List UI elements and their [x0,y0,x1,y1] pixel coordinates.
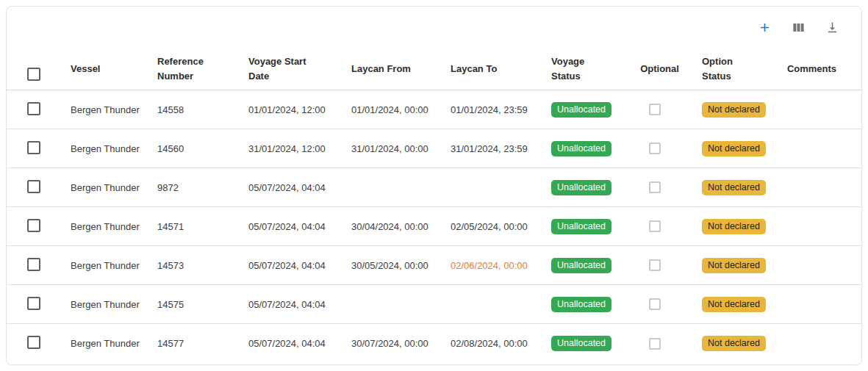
column-header-reference-number[interactable]: Reference Number [157,54,248,84]
optional-checkbox[interactable] [649,104,661,115]
column-header-comments[interactable]: Comments [780,62,861,76]
option-status-badge: Not declared [702,180,766,195]
voyage-status-cell: Unallocated [551,258,625,273]
voyage-status-badge: Unallocated [551,102,611,118]
row-checkbox[interactable] [27,180,40,193]
voyage-start-date-cell: 05/07/2024, 04:04 [248,260,351,271]
option-status-cell: Not declared [702,102,780,118]
voyage-start-date-cell: 05/07/2024, 04:04 [248,338,351,349]
option-status-cell: Not declared [702,180,780,195]
voyage-status-badge: Unallocated [551,219,611,234]
column-header-vessel[interactable]: Vessel [71,62,157,76]
voyage-start-date-cell: 05/07/2024, 04:04 [248,182,351,193]
optional-cell [625,259,702,271]
voyage-status-badge: Unallocated [551,336,611,351]
optional-checkbox[interactable] [649,181,661,193]
optional-cell [625,298,702,310]
column-header-laycan-to[interactable]: Laycan To [451,62,551,76]
select-all-checkbox[interactable] [27,68,40,81]
table-body: Bergen Thunder 14558 01/01/2024, 12:00 0… [7,90,861,363]
optional-checkbox[interactable] [649,338,661,350]
laycan-to-cell: 02/05/2024, 00:00 [451,221,551,232]
vessel-cell: Bergen Thunder [71,299,157,310]
column-header-optional[interactable]: Optional [625,62,702,76]
column-header-laycan-from[interactable]: Laycan From [351,62,451,76]
voyage-start-date-cell: 31/01/2024, 12:00 [248,143,351,154]
vessel-cell: Bergen Thunder [71,260,157,271]
laycan-from-cell: 31/01/2024, 00:00 [351,143,451,154]
reference-number-cell: 14575 [157,299,248,310]
optional-checkbox[interactable] [649,298,661,310]
option-status-cell: Not declared [702,336,780,351]
vessel-cell: Bergen Thunder [71,104,157,115]
column-header-option-status[interactable]: Option Status [702,54,780,84]
row-checkbox[interactable] [27,297,40,310]
table-header-row: Vessel Reference Number Voyage Start Dat… [7,48,861,90]
row-checkbox[interactable] [27,258,40,271]
table-row: Bergen Thunder 14560 31/01/2024, 12:00 3… [7,129,861,168]
vessel-cell: Bergen Thunder [71,221,157,232]
optional-checkbox[interactable] [649,220,661,232]
row-select-cell [7,180,71,195]
vessel-cell: Bergen Thunder [71,143,157,154]
column-header-voyage-status[interactable]: Voyage Status [551,54,625,84]
table-row: Bergen Thunder 9872 05/07/2024, 04:04 Un… [7,168,861,207]
laycan-from-cell: 30/07/2024, 00:00 [351,338,451,349]
table-row: Bergen Thunder 14573 05/07/2024, 04:04 3… [7,246,861,285]
optional-cell [625,143,702,154]
voyage-status-badge: Unallocated [551,297,611,312]
download-icon [825,21,839,35]
row-select-cell [7,219,71,234]
voyage-status-badge: Unallocated [551,141,611,156]
row-checkbox[interactable] [27,219,40,232]
vessel-cell: Bergen Thunder [71,338,157,349]
reference-number-cell: 14571 [157,221,248,232]
row-select-cell [7,102,71,118]
laycan-from-cell: 01/01/2024, 00:00 [351,104,451,115]
option-status-cell: Not declared [702,297,780,312]
reference-number-cell: 14558 [157,104,248,115]
row-checkbox[interactable] [27,102,40,115]
voyage-status-badge: Unallocated [551,258,611,273]
voyage-status-cell: Unallocated [551,297,625,312]
vessel-cell: Bergen Thunder [71,182,157,193]
voyage-status-cell: Unallocated [551,219,625,234]
add-row-button[interactable] [756,19,773,37]
voyage-status-cell: Unallocated [551,102,625,118]
voyage-start-date-cell: 01/01/2024, 12:00 [248,104,351,115]
voyage-start-date-cell: 05/07/2024, 04:04 [248,221,351,232]
optional-cell [625,338,702,350]
manage-columns-button[interactable] [789,19,807,37]
table-row: Bergen Thunder 14558 01/01/2024, 12:00 0… [7,90,861,129]
reference-number-cell: 14577 [157,338,248,349]
option-status-cell: Not declared [702,141,780,156]
option-status-cell: Not declared [702,219,780,234]
optional-cell [625,181,702,193]
voyage-status-cell: Unallocated [551,336,625,351]
voyage-start-date-cell: 05/07/2024, 04:04 [248,299,351,310]
laycan-to-cell: 02/08/2024, 00:00 [451,338,551,349]
column-header-voyage-start-date[interactable]: Voyage Start Date [248,54,351,84]
option-status-badge: Not declared [702,297,766,312]
option-status-badge: Not declared [702,141,766,156]
reference-number-cell: 14560 [157,143,248,154]
row-checkbox[interactable] [27,336,40,349]
voyage-status-badge: Unallocated [551,180,611,195]
option-status-cell: Not declared [702,258,780,273]
add-icon [758,21,772,35]
table-row: Bergen Thunder 14571 05/07/2024, 04:04 3… [7,207,861,246]
laycan-to-cell: 02/06/2024, 00:00 [451,260,551,271]
option-status-badge: Not declared [702,336,766,351]
download-button[interactable] [823,19,841,37]
optional-checkbox[interactable] [649,259,661,271]
row-checkbox[interactable] [27,141,40,154]
table-row: Bergen Thunder 14575 05/07/2024, 04:04 U… [7,285,861,324]
columns-icon [792,21,806,35]
voyage-status-cell: Unallocated [551,141,625,156]
option-status-badge: Not declared [702,258,766,273]
optional-checkbox[interactable] [649,143,661,154]
laycan-from-cell: 30/04/2024, 00:00 [351,221,451,232]
reference-number-cell: 9872 [157,182,248,193]
optional-cell [625,104,702,115]
option-status-badge: Not declared [702,219,766,234]
